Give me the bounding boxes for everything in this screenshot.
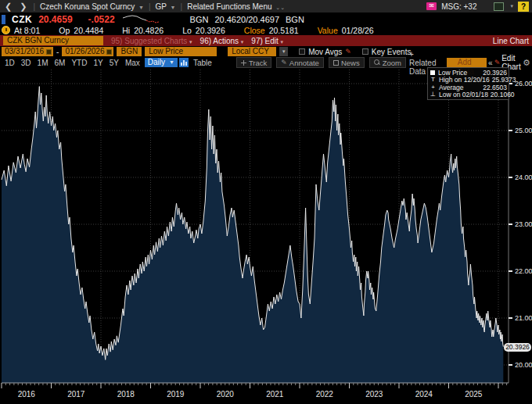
intraday-sparkline	[121, 14, 162, 24]
open-value: 20.4484	[74, 26, 103, 35]
close-label: Close	[244, 26, 265, 35]
svg-text:23.0000: 23.0000	[515, 220, 532, 228]
chart-legend[interactable]: Low Price20.3926THigh on 12/20/1625.9373…	[427, 67, 509, 100]
legend-row: THigh on 12/20/1625.9373	[430, 77, 507, 84]
message-envelope-icon[interactable]: ✉	[426, 2, 437, 10]
svg-text:2020: 2020	[217, 390, 235, 399]
period-1y[interactable]: 1Y	[90, 59, 106, 67]
svg-text:25.0000: 25.0000	[515, 127, 532, 134]
function-menu-gp[interactable]: GP ▼	[156, 2, 176, 11]
quote-source-2: BGN	[286, 15, 304, 24]
svg-text:21.0000: 21.0000	[515, 314, 532, 322]
legend-label: Average	[439, 84, 480, 91]
period-5y[interactable]: 5Y	[106, 59, 122, 67]
svg-text:20.0000: 20.0000	[515, 361, 532, 369]
news-icon	[333, 60, 339, 66]
period-6m[interactable]: 6M	[52, 59, 69, 67]
forward-arrow-icon[interactable]: ❯	[18, 2, 28, 12]
legend-label: Low Price	[438, 69, 480, 77]
security-flag-icon	[2, 15, 5, 24]
news-button[interactable]: News	[329, 57, 365, 68]
period-1d[interactable]: 1D	[2, 59, 18, 67]
annotate-pencil-icon: ✎	[281, 59, 287, 66]
gear-icon[interactable]: ⚙	[523, 58, 530, 68]
pricing-source-field[interactable]: BGN	[117, 47, 142, 56]
related-functions-menu[interactable]: Related Functions Menu ⌄⌄	[187, 2, 285, 11]
svg-text:2017: 2017	[67, 390, 85, 399]
last-price: 20.4659	[38, 14, 72, 25]
table-button[interactable]: Table	[190, 59, 215, 67]
quote-line: CZK 20.4659 -.0522 BGN 20.4620/20.4697 B…	[0, 13, 532, 25]
date-range-dash: -	[56, 48, 59, 56]
security-field[interactable]: CZK BGN Curncy	[3, 36, 103, 45]
svg-text:2023: 2023	[365, 390, 383, 399]
low-marker-icon: ⊥	[430, 91, 437, 98]
study-field[interactable]: Low Price	[145, 47, 217, 56]
ohlc-stats-row: At 8:01 Op 20.4484 Hi 20.4826 Lo 20.3926…	[0, 25, 532, 35]
svg-text:2024: 2024	[415, 390, 433, 399]
calendar-icon	[106, 49, 112, 55]
average-marker-icon: +	[430, 84, 437, 91]
track-cross-icon	[241, 60, 246, 66]
svg-text:24.0000: 24.0000	[515, 173, 532, 181]
quote-source: BGN	[190, 15, 209, 24]
chevron-down-icon[interactable]: ▾	[510, 3, 513, 9]
chevron-down-icon: ▼	[171, 5, 176, 10]
double-chevron-icon: ⌄⌄	[275, 5, 285, 10]
period-ytd[interactable]: YTD	[68, 59, 90, 67]
mov-avgs-label: Mov Avgs	[308, 48, 342, 56]
back-arrow-icon[interactable]: ❮	[3, 2, 13, 12]
period-max[interactable]: Max	[122, 59, 143, 67]
calendar-icon	[46, 49, 52, 55]
legend-value: 20.3926	[483, 69, 507, 77]
screen-panel-icon[interactable]	[494, 2, 504, 11]
mov-avgs-checkbox[interactable]	[299, 48, 305, 55]
period-3d[interactable]: 3D	[18, 59, 34, 67]
currency-field[interactable]: Local CCY	[228, 47, 276, 56]
end-date-field[interactable]: 01/26/2026	[62, 47, 113, 56]
chart-type-label: Line Chart	[493, 37, 529, 45]
legend-label: High on 12/20/16	[439, 76, 490, 84]
command-bar: CZK BGN Curncy 95) Suggested Charts ▾ 96…	[0, 35, 532, 46]
add-data-field[interactable]: Add Data	[447, 58, 487, 67]
suggested-charts-menu[interactable]: 95) Suggested Charts ▾	[111, 37, 192, 45]
close-value: 20.5181	[269, 26, 299, 35]
legend-value: 25.9373	[492, 76, 516, 84]
svg-text:2019: 2019	[167, 390, 185, 399]
low-value: 20.3926	[196, 26, 225, 35]
value-date-label: Value	[318, 26, 338, 35]
low-label: Lo	[182, 26, 192, 35]
value-date: 01/28/26	[342, 26, 374, 35]
svg-text:2022: 2022	[316, 390, 334, 399]
chart-style-icon[interactable]	[179, 58, 189, 67]
alert-clock-icon[interactable]	[2, 26, 10, 34]
help-button[interactable]: ?	[518, 2, 529, 12]
security-title-menu[interactable]: Czech Koruna Spot Curncy ▼	[40, 2, 144, 11]
key-events-checkbox[interactable]	[362, 48, 368, 55]
msg-count[interactable]: MSG: +32	[441, 2, 476, 11]
start-date-field[interactable]: 03/31/2016	[2, 47, 53, 56]
zoom-button[interactable]: Zoom	[369, 57, 406, 68]
svg-text:2016: 2016	[18, 390, 36, 399]
key-events-label: Key Events	[372, 48, 412, 56]
divider: |	[181, 2, 183, 11]
pencil-icon[interactable]: ✎	[345, 48, 351, 55]
currency-dropdown-button[interactable]: ▼	[279, 47, 288, 56]
collapse-icon[interactable]: «	[488, 59, 493, 67]
annotate-button[interactable]: ✎Annotate	[276, 57, 324, 68]
chart-settings-row: 03/31/2016 - 01/26/2026 BGN Low Price Lo…	[0, 46, 532, 57]
legend-value: 22.6503	[483, 84, 507, 91]
edit-menu[interactable]: 97) Edit ▾	[251, 37, 283, 45]
track-button[interactable]: Track	[236, 57, 271, 68]
frequency-select[interactable]: Daily▼	[145, 58, 178, 67]
svg-text:2021: 2021	[266, 390, 284, 399]
svg-text:2018: 2018	[117, 390, 135, 399]
period-1m[interactable]: 1M	[34, 59, 52, 67]
divider: |	[33, 2, 35, 11]
open-label: Op	[59, 26, 70, 35]
chevron-down-icon: ▼	[138, 5, 144, 10]
actions-menu[interactable]: 96) Actions ▾	[200, 37, 244, 45]
high-value: 20.4826	[134, 26, 164, 35]
period-toolbar: 1D3D1M6MYTD1Y5YMax Daily▼ Table Track ✎A…	[0, 57, 532, 68]
svg-text:22.0000: 22.0000	[515, 267, 532, 275]
